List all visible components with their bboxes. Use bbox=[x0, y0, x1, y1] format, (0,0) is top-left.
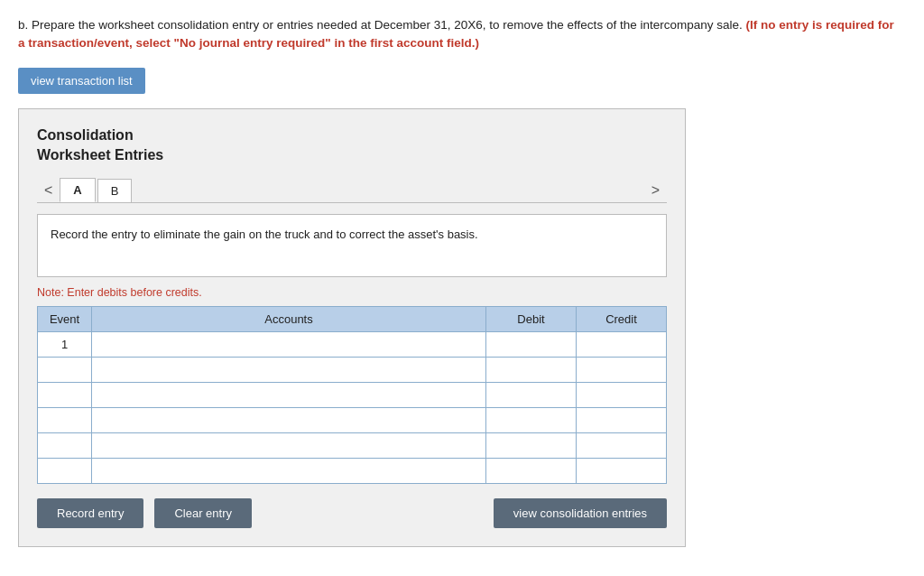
account-cell-0[interactable] bbox=[92, 332, 486, 358]
debit-input-5[interactable] bbox=[486, 459, 576, 483]
table-row: 1 bbox=[38, 332, 667, 358]
debit-input-1[interactable] bbox=[486, 358, 576, 382]
tabs-row: < A B > bbox=[37, 178, 667, 203]
header-debit: Debit bbox=[486, 307, 577, 332]
table-row bbox=[38, 433, 667, 459]
event-cell-3 bbox=[38, 408, 92, 433]
intro-text-before: b. Prepare the worksheet consolidation e… bbox=[18, 18, 745, 32]
account-input-2[interactable] bbox=[92, 383, 485, 407]
event-cell-1 bbox=[38, 358, 92, 383]
debit-cell-5[interactable] bbox=[486, 459, 577, 484]
header-accounts: Accounts bbox=[92, 307, 486, 332]
account-cell-4[interactable] bbox=[92, 433, 486, 459]
debit-input-4[interactable] bbox=[486, 433, 576, 458]
bottom-buttons: Record entry Clear entry view consolidat… bbox=[37, 498, 667, 528]
debit-cell-3[interactable] bbox=[486, 408, 577, 433]
table-row bbox=[38, 459, 667, 484]
worksheet-container: Consolidation Worksheet Entries < A B > … bbox=[18, 108, 686, 548]
debit-input-2[interactable] bbox=[486, 383, 576, 407]
account-input-3[interactable] bbox=[92, 408, 485, 432]
debit-cell-4[interactable] bbox=[486, 433, 577, 459]
event-cell-5 bbox=[38, 459, 92, 484]
debit-input-0[interactable] bbox=[486, 332, 576, 357]
credit-input-2[interactable] bbox=[577, 383, 666, 407]
credit-input-4[interactable] bbox=[577, 433, 666, 458]
header-event: Event bbox=[38, 307, 92, 332]
event-cell-2 bbox=[38, 383, 92, 408]
journal-table: Event Accounts Debit Credit 1 bbox=[37, 306, 667, 484]
chevron-right-icon[interactable]: > bbox=[644, 179, 667, 202]
account-cell-5[interactable] bbox=[92, 459, 486, 484]
credit-input-0[interactable] bbox=[577, 332, 666, 357]
entry-description: Record the entry to eliminate the gain o… bbox=[37, 214, 667, 277]
table-row bbox=[38, 383, 667, 408]
event-cell-0: 1 bbox=[38, 332, 92, 358]
view-consolidation-button[interactable]: view consolidation entries bbox=[494, 498, 667, 528]
tab-a[interactable]: A bbox=[60, 178, 95, 202]
credit-cell-4[interactable] bbox=[577, 433, 667, 459]
note-text: Note: Enter debits before credits. bbox=[37, 286, 667, 299]
account-cell-2[interactable] bbox=[92, 383, 486, 408]
account-input-5[interactable] bbox=[92, 459, 485, 483]
debit-cell-1[interactable] bbox=[486, 358, 577, 383]
credit-input-5[interactable] bbox=[577, 459, 666, 483]
account-input-0[interactable] bbox=[92, 332, 485, 357]
table-row bbox=[38, 408, 667, 433]
view-transaction-button[interactable]: view transaction list bbox=[18, 68, 145, 94]
account-cell-1[interactable] bbox=[92, 358, 486, 383]
account-input-1[interactable] bbox=[92, 358, 485, 382]
credit-cell-3[interactable] bbox=[577, 408, 667, 433]
clear-entry-button[interactable]: Clear entry bbox=[154, 498, 252, 528]
table-row bbox=[38, 358, 667, 383]
debit-cell-2[interactable] bbox=[486, 383, 577, 408]
tab-b[interactable]: B bbox=[97, 179, 133, 202]
account-cell-3[interactable] bbox=[92, 408, 486, 433]
credit-input-1[interactable] bbox=[577, 358, 666, 382]
credit-cell-5[interactable] bbox=[577, 459, 667, 484]
credit-cell-0[interactable] bbox=[577, 332, 667, 358]
event-cell-4 bbox=[38, 433, 92, 459]
credit-cell-1[interactable] bbox=[577, 358, 667, 383]
header-credit: Credit bbox=[577, 307, 667, 332]
credit-input-3[interactable] bbox=[577, 408, 666, 432]
intro-paragraph: b. Prepare the worksheet consolidation e… bbox=[18, 16, 902, 53]
worksheet-title: Consolidation Worksheet Entries bbox=[37, 125, 667, 166]
debit-input-3[interactable] bbox=[486, 408, 576, 432]
record-entry-button[interactable]: Record entry bbox=[37, 498, 143, 528]
credit-cell-2[interactable] bbox=[577, 383, 667, 408]
account-input-4[interactable] bbox=[92, 433, 485, 458]
debit-cell-0[interactable] bbox=[486, 332, 577, 358]
chevron-left-icon[interactable]: < bbox=[37, 179, 60, 202]
